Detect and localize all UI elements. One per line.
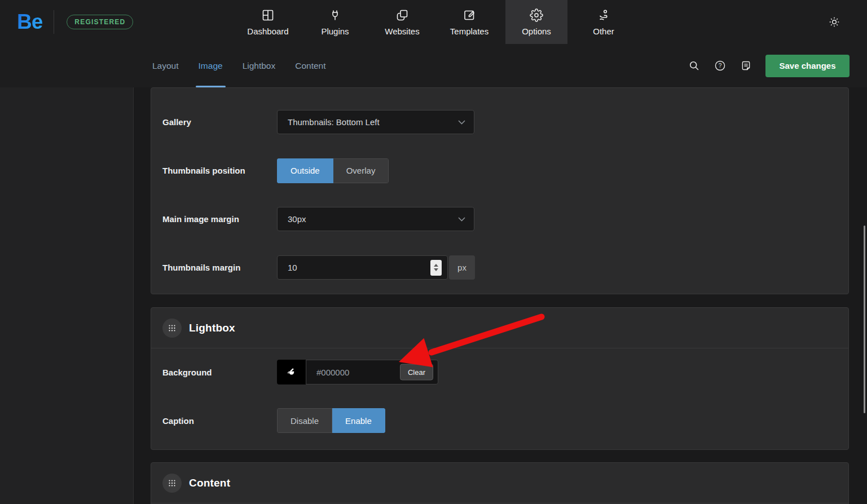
- main-image-margin-select[interactable]: 30px: [277, 207, 474, 231]
- thumbnails-margin-row: Thumbnails margin px: [162, 255, 837, 280]
- number-stepper[interactable]: [430, 260, 442, 276]
- dashboard-icon: [261, 8, 275, 22]
- save-changes-button[interactable]: Save changes: [765, 55, 850, 77]
- nav-item-templates[interactable]: Templates: [438, 0, 500, 44]
- nav-item-options[interactable]: Options: [505, 0, 567, 44]
- gallery-field-row: Gallery Thumbnails: Bottom Left: [162, 110, 837, 134]
- logo-area: Be REGISTERED: [17, 10, 133, 34]
- toolbar-actions: ? Save changes: [688, 44, 850, 87]
- tab-layout[interactable]: Layout: [152, 44, 179, 87]
- sidebar: [0, 87, 134, 504]
- lightbox-panel: Lightbox Background Clear: [151, 307, 849, 450]
- clear-color-button[interactable]: Clear: [400, 364, 433, 381]
- paint-bucket-icon: [286, 366, 297, 378]
- websites-icon: [395, 8, 409, 22]
- color-swatch[interactable]: [277, 360, 306, 384]
- main-content: Gallery Thumbnails: Bottom Left Thumbnai…: [134, 87, 867, 504]
- toggle-overlay-button[interactable]: Overlay: [333, 158, 389, 183]
- header-right: [826, 0, 842, 44]
- toggle-outside-button[interactable]: Outside: [277, 158, 333, 183]
- toggle-enable-button[interactable]: Enable: [332, 408, 385, 433]
- gallery-label: Gallery: [162, 117, 277, 127]
- thumbnails-position-label: Thumbnails position: [162, 166, 277, 175]
- toggle-disable-button[interactable]: Disable: [277, 408, 332, 433]
- nav-item-dashboard[interactable]: Dashboard: [237, 0, 299, 44]
- options-icon: [530, 8, 543, 22]
- main-nav: Dashboard Plugins Websites Templates: [237, 0, 635, 44]
- tab-image[interactable]: Image: [199, 44, 223, 87]
- other-icon: [597, 8, 610, 22]
- nav-label: Options: [522, 26, 551, 36]
- background-color-field: Clear: [277, 360, 438, 384]
- stepper-up-icon[interactable]: [434, 264, 438, 267]
- nav-label: Plugins: [321, 26, 349, 36]
- main-image-margin-row: Main image margin 30px: [162, 207, 837, 231]
- drag-handle[interactable]: [162, 319, 182, 338]
- header-divider: [54, 10, 54, 34]
- thumbnails-margin-label: Thumbnails margin: [162, 263, 277, 272]
- content-section-title: Content: [189, 477, 230, 489]
- tab-lightbox[interactable]: Lightbox: [243, 44, 276, 87]
- app-root: Be REGISTERED Dashboard Plugins: [0, 0, 867, 504]
- plugins-icon: [328, 8, 342, 22]
- options-tabs: Layout Image Lightbox Content: [152, 44, 326, 87]
- image-settings-panel: Gallery Thumbnails: Bottom Left Thumbnai…: [151, 87, 849, 294]
- chevron-down-icon: [458, 120, 465, 125]
- background-label: Background: [162, 368, 277, 377]
- caption-toggle: Disable Enable: [277, 408, 385, 433]
- search-icon[interactable]: [688, 60, 700, 72]
- content-panel: Content: [151, 462, 849, 504]
- gallery-select[interactable]: Thumbnails: Bottom Left: [277, 110, 474, 134]
- main-image-margin-value: 30px: [288, 214, 306, 224]
- svg-text:?: ?: [718, 63, 721, 69]
- betheme-logo[interactable]: Be: [17, 10, 42, 34]
- help-icon[interactable]: ?: [714, 60, 726, 72]
- caption-field-row: Caption Disable Enable: [162, 408, 837, 433]
- lightbox-section-header: Lightbox: [151, 308, 848, 348]
- thumbnails-margin-input[interactable]: [278, 256, 447, 279]
- options-toolbar: Layout Image Lightbox Content ? Save cha…: [0, 44, 867, 87]
- background-field-row: Background Clear: [162, 360, 837, 384]
- scrollbar[interactable]: [864, 226, 865, 413]
- color-input-wrap: Clear: [306, 360, 438, 384]
- registered-badge: REGISTERED: [67, 15, 133, 29]
- nav-label: Websites: [385, 26, 419, 36]
- templates-icon: [463, 8, 476, 22]
- background-hex-input[interactable]: [306, 368, 380, 377]
- unit-suffix: px: [449, 255, 475, 280]
- main-image-margin-label: Main image margin: [162, 214, 277, 224]
- gallery-select-value: Thumbnails: Bottom Left: [288, 117, 380, 127]
- thumbnails-margin-input-box: [277, 255, 448, 280]
- nav-item-plugins[interactable]: Plugins: [304, 0, 366, 44]
- notes-icon[interactable]: [740, 60, 752, 72]
- lightbox-section-title: Lightbox: [189, 322, 235, 334]
- thumbnails-position-row: Thumbnails position Outside Overlay: [162, 158, 837, 183]
- thumbnails-margin-control: px: [277, 255, 475, 280]
- top-header: Be REGISTERED Dashboard Plugins: [0, 0, 867, 44]
- tab-content[interactable]: Content: [295, 44, 325, 87]
- lightbox-panel-body: Background Clear Caption Disab: [151, 348, 848, 433]
- chevron-down-icon: [458, 217, 465, 222]
- caption-label: Caption: [162, 416, 277, 426]
- stepper-down-icon[interactable]: [434, 268, 438, 271]
- drag-handle[interactable]: [162, 474, 182, 493]
- content-section-header: Content: [151, 463, 848, 503]
- nav-label: Other: [593, 26, 614, 36]
- nav-label: Dashboard: [247, 26, 288, 36]
- thumbnails-position-toggle: Outside Overlay: [277, 158, 389, 183]
- light-mode-icon[interactable]: [826, 14, 842, 30]
- nav-item-other[interactable]: Other: [573, 0, 635, 44]
- nav-item-websites[interactable]: Websites: [371, 0, 433, 44]
- nav-label: Templates: [450, 26, 488, 36]
